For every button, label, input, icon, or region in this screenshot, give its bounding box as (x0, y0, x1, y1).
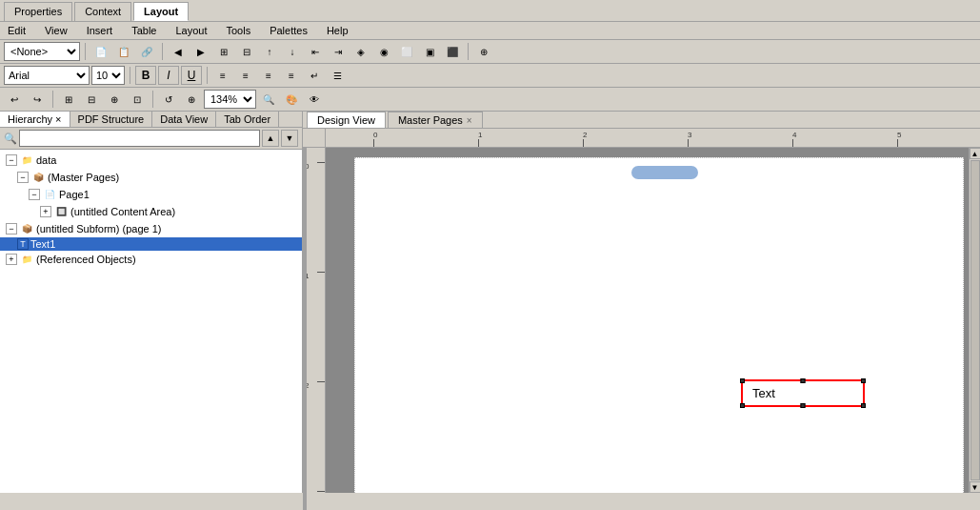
menu-edit[interactable]: Edit (4, 24, 30, 37)
bold-button[interactable]: B (135, 66, 156, 85)
tree-item-text1[interactable]: T Text1 (0, 237, 302, 251)
tab-master-pages[interactable]: Master Pages × (388, 112, 483, 128)
redo-btn[interactable]: ↪ (27, 90, 48, 109)
close-master-pages-btn[interactable]: × (467, 115, 472, 126)
guides-btn[interactable]: ⊡ (127, 90, 148, 109)
align-justify-btn[interactable]: ≡ (281, 66, 302, 85)
tab-design-view[interactable]: Design View (307, 112, 386, 128)
menu-view[interactable]: View (41, 24, 71, 37)
tab-layout[interactable]: Layout (133, 2, 189, 21)
menu-insert[interactable]: Insert (83, 24, 117, 37)
scroll-thumb[interactable] (970, 160, 980, 480)
zoom-icon-btn[interactable]: 🔍 (258, 90, 279, 109)
panel-tab-data[interactable]: Data View (152, 112, 216, 127)
tb-btn-16[interactable]: ⬛ (442, 42, 463, 61)
tb-btn-6[interactable]: ⊞ (213, 42, 234, 61)
none-dropdown[interactable]: <None> (4, 42, 80, 61)
tb-btn-10[interactable]: ⇤ (305, 42, 326, 61)
tab-properties[interactable]: Properties (4, 2, 72, 21)
menu-help[interactable]: Help (323, 24, 352, 37)
tree-item-subform[interactable]: − 📦 (untitled Subform) (page 1) (0, 220, 302, 237)
tb-btn-12[interactable]: ◈ (350, 42, 371, 61)
tb-btn-13[interactable]: ◉ (373, 42, 394, 61)
tree-label-masterpages: (Master Pages) (48, 172, 119, 183)
zoom-in-btn[interactable]: ⊕ (181, 90, 202, 109)
align-left-btn[interactable]: ≡ (212, 66, 233, 85)
font-size-select[interactable]: 10 (91, 66, 125, 85)
expand-refobjects[interactable]: + (6, 254, 17, 265)
tb-btn-8[interactable]: ↑ (259, 42, 280, 61)
design-view-label: Design View (317, 114, 375, 126)
tree-label-subform: (untitled Subform) (page 1) (36, 223, 161, 235)
tb-btn-2[interactable]: 📋 (113, 42, 134, 61)
search-icon: 🔍 (4, 133, 17, 145)
expand-content[interactable]: + (40, 206, 51, 217)
panel-resize-handle[interactable] (303, 148, 307, 493)
left-panel: Hierarchy × PDF Structure Data View Tab … (0, 112, 303, 493)
color-btn[interactable]: 🎨 (281, 90, 302, 109)
expand-masterpages[interactable]: − (17, 172, 29, 183)
menu-table[interactable]: Table (128, 24, 160, 37)
ruler-top-row: 0 1 2 3 4 5 (303, 129, 980, 148)
grid2-btn[interactable]: ⊟ (81, 90, 102, 109)
panel-tab-taborder[interactable]: Tab Order (216, 112, 279, 127)
align-right-btn[interactable]: ≡ (258, 66, 279, 85)
handle-tm[interactable] (801, 378, 806, 383)
handle-bl[interactable] (740, 403, 745, 408)
panel-tab-hierarchy[interactable]: Hierarchy × (0, 112, 70, 127)
align-center-btn[interactable]: ≡ (235, 66, 256, 85)
expand-subform[interactable]: − (6, 223, 17, 235)
tree-item-data[interactable]: − 📁 data (0, 152, 302, 169)
search-input[interactable] (19, 130, 260, 147)
vertical-scrollbar[interactable]: ▲ ▼ (969, 148, 980, 493)
tb-btn-7[interactable]: ⊟ (236, 42, 257, 61)
tree-label-data: data (36, 154, 56, 166)
handle-bm[interactable] (801, 403, 806, 408)
search-down-btn[interactable]: ▼ (281, 130, 298, 147)
tree-item-page1[interactable]: − 📄 Page1 (0, 186, 302, 203)
handle-tl[interactable] (740, 378, 745, 383)
preview-btn[interactable]: 👁 (304, 90, 325, 109)
tb-btn-1[interactable]: 📄 (90, 42, 111, 61)
tree-item-refobjects[interactable]: + 📁 (Referenced Objects) (0, 251, 302, 268)
handle-br[interactable] (861, 403, 866, 408)
tb-btn-4[interactable]: ◀ (168, 42, 189, 61)
tb-btn-11[interactable]: ⇥ (328, 42, 349, 61)
menu-tools[interactable]: Tools (222, 24, 254, 37)
panel-tab-pdf[interactable]: PDF Structure (70, 112, 153, 127)
zoom-select[interactable]: 134% (204, 90, 256, 109)
indent-btn[interactable]: ↵ (304, 66, 325, 85)
tb-btn-15[interactable]: ▣ (419, 42, 440, 61)
page-sheet: Text (354, 157, 964, 493)
tb-btn-3[interactable]: 🔗 (136, 42, 157, 61)
text-element[interactable]: Text (741, 379, 865, 407)
menu-layout[interactable]: Layout (171, 24, 210, 37)
tb-btn-14[interactable]: ⬜ (396, 42, 417, 61)
search-up-btn[interactable]: ▲ (262, 130, 279, 147)
undo-btn[interactable]: ↩ (4, 90, 25, 109)
font-select[interactable]: Arial (4, 66, 90, 85)
expand-page1[interactable]: − (29, 189, 40, 200)
menu-palettes[interactable]: Palettes (266, 24, 311, 37)
tb-btn-5[interactable]: ▶ (190, 42, 211, 61)
tree-area: − 📁 data − 📦 (Master Pages) − 📄 Page1 (0, 150, 302, 493)
snap-btn[interactable]: ⊕ (104, 90, 125, 109)
tb-btn-17[interactable]: ⊕ (473, 42, 494, 61)
scroll-down-btn[interactable]: ▼ (970, 481, 981, 493)
italic-button[interactable]: I (158, 66, 179, 85)
ruler-tick-0 (373, 139, 374, 147)
underline-button[interactable]: U (181, 66, 202, 85)
tree-item-content-area[interactable]: + 🔲 (untitled Content Area) (0, 203, 302, 220)
grid-btn[interactable]: ⊞ (58, 90, 79, 109)
tree-item-masterpages[interactable]: − 📦 (Master Pages) (0, 169, 302, 186)
expand-data[interactable]: − (6, 154, 17, 166)
tab-context[interactable]: Context (74, 2, 131, 21)
scroll-up-btn[interactable]: ▲ (970, 148, 981, 159)
handle-tr[interactable] (861, 378, 866, 383)
ruler-mark-3: 3 (688, 131, 691, 139)
tb-btn-9[interactable]: ↓ (282, 42, 303, 61)
rotate-btn[interactable]: ↺ (158, 90, 179, 109)
horizontal-ruler: 0 1 2 3 4 5 (326, 129, 980, 148)
list-btn[interactable]: ☰ (327, 66, 348, 85)
toolbar-sep-1 (85, 43, 86, 60)
